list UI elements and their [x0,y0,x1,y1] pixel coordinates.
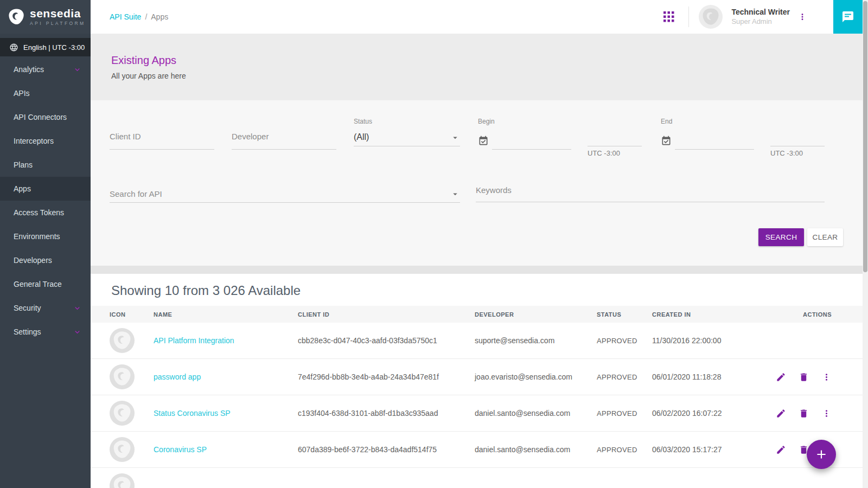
col-client-id: CLIENT ID [298,311,475,318]
row-more-icon[interactable] [821,408,832,419]
col-developer: DEVELOPER [475,311,597,318]
sidebar-item-apis[interactable]: APIs [0,81,91,105]
sensedia-swirl-icon [8,8,25,25]
sidebar-nav: Analytics APIs API Connectors Intercepto… [0,57,91,344]
app-name-link[interactable]: API Platform Integration [154,336,234,345]
main-area: API Suite / Apps Technical Writer Super … [91,0,863,488]
col-actions: ACTIONS [760,311,832,318]
end-label: End [661,118,754,125]
app-name-link[interactable]: Coronavirus SP [154,445,207,454]
client-id-cell: 607da389-be6f-3722-b843-da4adf514f75 [298,445,475,454]
calendar-icon[interactable] [661,136,672,146]
edit-icon[interactable] [776,372,786,382]
sidebar-item-interceptors[interactable]: Interceptors [0,129,91,153]
developer-cell: daniel.santo@sensedia.com [475,409,597,418]
developer-cell: joao.evaristo@sensedia.com [475,373,597,381]
app-swirl-icon [112,403,132,423]
keywords-input[interactable] [476,182,825,202]
apps-grid-icon[interactable] [663,11,674,22]
edit-icon[interactable] [776,445,786,455]
chat-button[interactable] [833,0,863,34]
client-id-cell: c193f404-638d-3101-ab8f-d1ba3c935aad [298,409,475,418]
status-cell: APPROVED [597,337,652,345]
sidebar-item-environments[interactable]: Environments [0,224,91,248]
sidebar-item-developers[interactable]: Developers [0,248,91,272]
client-id-input[interactable] [110,126,214,150]
app-name-link[interactable]: Status Coronavirus SP [154,409,231,418]
row-more-icon[interactable] [821,372,832,382]
sidebar-item-general-trace[interactable]: General Trace [0,272,91,296]
user-avatar[interactable] [699,5,723,29]
status-cell: APPROVED [597,373,652,381]
header-divider [688,7,689,27]
created-in-cell: 06/03/2020 15:17:27 [652,445,760,454]
delete-icon[interactable] [799,408,809,419]
add-app-fab[interactable] [807,440,836,469]
app-swirl-icon [112,476,132,488]
plus-icon [814,447,828,461]
sidebar-item-plans[interactable]: Plans [0,153,91,177]
sidebar-item-access-tokens[interactable]: Access Tokens [0,201,91,224]
breadcrumb-api-suite[interactable]: API Suite [110,12,141,21]
sidebar-item-security[interactable]: Security [0,296,91,320]
brand-logo[interactable]: sensedia API PLATFORM [0,0,91,34]
created-in-cell: 06/01/2020 11:18:28 [652,373,760,381]
breadcrumb-separator: / [145,12,147,21]
begin-time-field: UTC -3:00 [588,126,642,157]
edit-icon[interactable] [776,408,786,419]
app-avatar [110,328,135,353]
app-swirl-icon [112,440,132,459]
col-icon: ICON [110,311,154,318]
top-bar: API Suite / Apps Technical Writer Super … [91,0,863,34]
table-row-partial [91,467,863,488]
breadcrumb: API Suite / Apps [110,12,168,21]
results-summary: Showing 10 from 3 026 Available [91,274,863,306]
api-select[interactable]: Search for API [110,182,460,203]
caret-down-icon [450,133,460,143]
sidebar-item-apps[interactable]: Apps [0,177,91,201]
calendar-icon[interactable] [478,136,489,146]
avatar-swirl-icon [701,8,720,26]
begin-date-input[interactable] [492,130,571,150]
status-label: Status [354,118,460,125]
col-status: STATUS [597,311,652,318]
caret-down-icon [450,189,460,199]
app-avatar [110,473,135,488]
status-select[interactable]: Status (All) [354,118,460,146]
sidebar-item-settings[interactable]: Settings [0,320,91,344]
user-menu-kebab-icon[interactable] [797,12,807,22]
sidebar-item-analytics[interactable]: Analytics [0,57,91,81]
delete-icon[interactable] [799,372,809,382]
end-utc-hint: UTC -3:00 [770,149,825,157]
created-in-cell: 06/02/2020 16:07:22 [652,409,760,418]
brand-tagline: API PLATFORM [30,21,86,26]
end-time-input[interactable] [770,126,825,146]
col-name: NAME [154,311,298,318]
page-title: Existing Apps [111,34,863,67]
chat-icon [841,10,854,23]
chevron-down-icon [73,328,82,337]
search-button[interactable]: SEARCH [758,228,804,246]
table-row: Coronavirus SP 607da389-be6f-3722-b843-d… [91,431,863,467]
app-name-link[interactable]: password app [154,373,201,381]
end-date-input[interactable] [675,130,754,150]
api-select-placeholder: Search for API [110,189,162,202]
clear-button[interactable]: CLEAR [807,228,843,246]
language-selector[interactable]: English | UTC -3:00 [0,38,91,56]
sidebar-item-api-connectors[interactable]: API Connectors [0,105,91,129]
status-cell: APPROVED [597,446,652,454]
col-created-in: CREATED IN [652,311,760,318]
table-row: Status Coronavirus SP c193f404-638d-3101… [91,395,863,431]
chevron-down-icon [73,65,82,74]
row-actions [760,372,832,382]
scrollbar-thumb[interactable] [863,1,867,272]
sidebar: sensedia API PLATFORM English | UTC -3:0… [0,0,91,488]
app-avatar [110,437,135,462]
table-row: API Platform Integration cbb28e3c-d047-4… [91,323,863,358]
begin-label: Begin [478,118,571,125]
page-subtitle: All your Apps are here [111,72,863,80]
begin-time-input[interactable] [588,126,642,146]
globe-icon [9,43,18,52]
developer-input[interactable] [232,126,336,150]
app-swirl-icon [112,367,132,387]
